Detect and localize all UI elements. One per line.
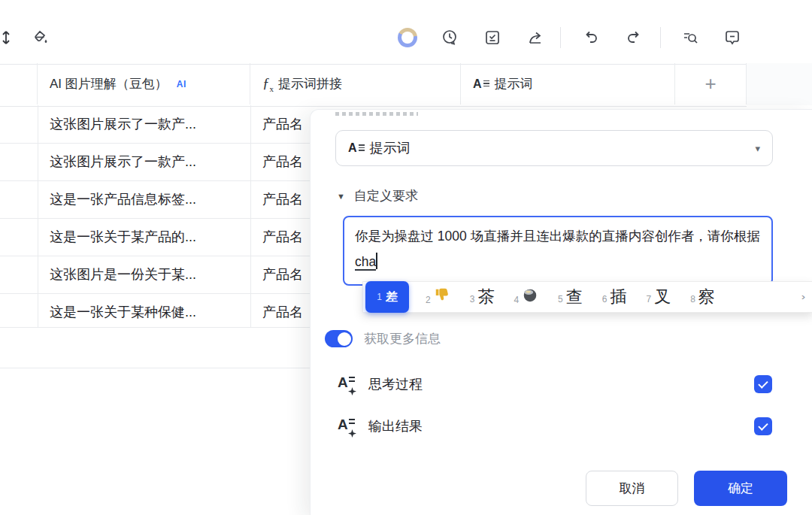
prompt-text: 你是为操盘过 1000 场直播并且连出爆款的直播内容创作者，请你根据: [355, 229, 760, 244]
toggle-label: 获取更多信息: [364, 330, 441, 347]
option-row-thinking: A 思考过程: [338, 367, 787, 401]
ime-candidate-selected[interactable]: 1 差: [365, 281, 409, 313]
prompt-textarea[interactable]: 你是为操盘过 1000 场直播并且连出爆款的直播内容创作者，请你根据cha: [343, 216, 773, 286]
header-right-canvas: [747, 63, 812, 105]
ime-candidate[interactable]: 5 查: [558, 286, 583, 308]
table-cell[interactable]: 产品名: [262, 218, 305, 256]
table-cell[interactable]: 产品名: [262, 143, 305, 180]
candidate-text: 叉: [654, 286, 671, 308]
redo-icon[interactable]: [625, 29, 643, 47]
ime-candidate-bar: 1 差 2 3 茶 4 5 查 6 插 7 叉 8 察 ›: [362, 281, 812, 313]
ime-candidate[interactable]: 6 插: [602, 286, 627, 308]
table-cell[interactable]: 产品名: [262, 256, 305, 293]
table-cell[interactable]: 这是一张产品信息标签...: [50, 180, 245, 218]
candidate-index: 1: [377, 292, 382, 302]
text-field-icon: A: [473, 78, 489, 90]
table-cell[interactable]: 产品名: [262, 105, 305, 143]
ime-candidate[interactable]: 7 叉: [646, 286, 671, 308]
field-select[interactable]: A 提示词 ▾: [335, 130, 773, 166]
get-more-info-toggle[interactable]: [325, 330, 353, 347]
row-index-header: [0, 63, 38, 105]
column-title: 提示词: [495, 75, 533, 92]
option-row-output: A 输出结果: [338, 409, 787, 444]
column-header-ai-image[interactable]: AI 图片理解（豆包） AI: [38, 63, 250, 105]
section-title: 自定义要求: [354, 187, 418, 204]
thinking-process-checkbox[interactable]: [754, 375, 772, 393]
ime-candidate[interactable]: 8 察: [690, 286, 715, 308]
history-icon[interactable]: [441, 29, 459, 47]
thumbs-down-emoji: [434, 286, 450, 307]
candidate-text: 茶: [477, 286, 494, 308]
comment-icon[interactable]: [723, 29, 741, 47]
search-records-icon[interactable]: [681, 29, 699, 47]
add-column-button[interactable]: +: [675, 63, 747, 105]
formula-field-icon: ƒx: [262, 75, 274, 93]
chevron-down-icon: ▾: [755, 143, 760, 154]
table-cell[interactable]: 产品名: [262, 293, 305, 331]
candidate-text: 插: [610, 286, 626, 308]
ai-badge: AI: [177, 79, 186, 89]
ime-next-page-arrow[interactable]: ›: [801, 292, 805, 302]
plus-icon: +: [704, 72, 716, 95]
table-cell[interactable]: 这张图片是一份关于某...: [50, 256, 245, 293]
share-icon[interactable]: [526, 29, 544, 47]
gridline-vertical: [38, 105, 38, 327]
candidate-index: 4: [514, 295, 519, 305]
top-toolbar: [0, 0, 812, 64]
table-cell[interactable]: 这是一张关于某种保健...: [50, 293, 245, 331]
table-cell[interactable]: 这是一张关于某产品的...: [50, 218, 245, 256]
candidate-index: 8: [690, 294, 695, 304]
ai-text-sparkle-icon: A: [338, 374, 356, 394]
candidate-index: 3: [470, 294, 475, 304]
candidate-index: 2: [426, 295, 431, 305]
column-header-formula[interactable]: ƒx 提示词拼接: [250, 63, 461, 105]
column-header-prompt[interactable]: A 提示词: [461, 63, 675, 105]
candidate-text: 查: [566, 286, 583, 308]
teacup-emoji: [522, 286, 538, 307]
table-cell[interactable]: 这张图片展示了一款产...: [50, 105, 245, 143]
confirm-button[interactable]: 确定: [694, 471, 787, 506]
option-label: 思考过程: [368, 375, 423, 393]
table-cell[interactable]: 产品名: [262, 180, 305, 218]
custom-requirement-section-header[interactable]: ▼ 自定义要求: [337, 187, 418, 204]
text-field-icon: A: [348, 142, 365, 154]
candidate-index: 5: [558, 294, 563, 304]
toolbar-divider: [560, 27, 561, 48]
gridline-add-row: [0, 368, 311, 368]
gridline-vertical: [250, 105, 251, 327]
column-title: 提示词拼接: [278, 75, 342, 92]
field-select-value: 提示词: [370, 139, 411, 157]
toolbar-divider: [660, 27, 661, 48]
undo-icon[interactable]: [582, 29, 600, 47]
ime-candidate[interactable]: 4: [514, 286, 538, 307]
text-cursor: [376, 253, 377, 269]
candidate-text: 察: [698, 286, 715, 308]
candidate-index: 7: [646, 294, 651, 304]
ime-composition-text: cha: [355, 254, 376, 271]
cancel-button[interactable]: 取消: [586, 471, 678, 506]
collapse-triangle-icon: ▼: [337, 192, 345, 201]
ai-ring-icon[interactable]: [398, 28, 417, 47]
ime-candidate[interactable]: 3 茶: [470, 286, 495, 308]
clipped-scrolled-text: [335, 112, 418, 116]
candidate-index: 6: [602, 294, 607, 304]
option-label: 输出结果: [368, 417, 423, 435]
paint-format-icon[interactable]: [32, 29, 50, 47]
column-title: AI 图片理解（豆包）: [50, 75, 168, 92]
row-height-icon[interactable]: [0, 29, 15, 47]
task-check-icon[interactable]: [483, 29, 501, 47]
table-cell[interactable]: 这张图片展示了一款产...: [50, 143, 245, 180]
ime-candidate[interactable]: 2: [426, 286, 450, 307]
output-result-checkbox[interactable]: [754, 417, 772, 435]
ai-text-sparkle-icon: A: [338, 417, 356, 436]
candidate-text: 差: [386, 289, 398, 305]
